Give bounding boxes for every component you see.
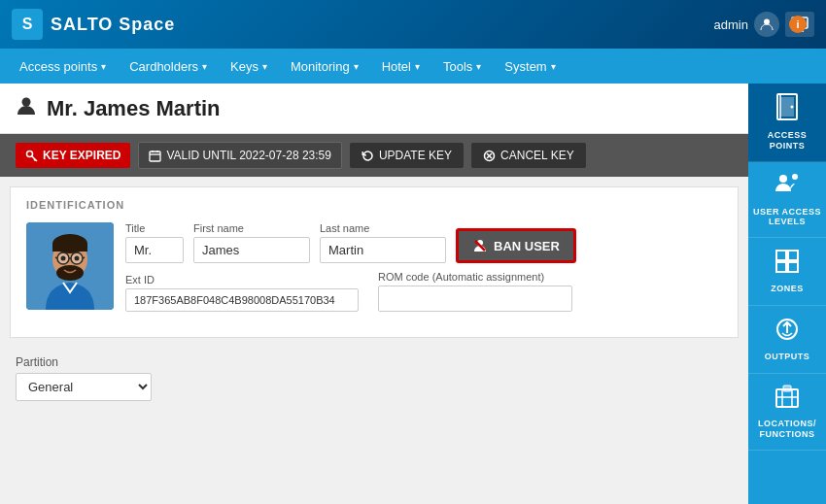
svg-line-24: [83, 257, 85, 258]
svg-rect-37: [776, 262, 786, 272]
firstname-input[interactable]: [193, 237, 310, 263]
svg-line-7: [34, 159, 36, 161]
identification-section: IDENTIFICATION: [10, 186, 739, 338]
svg-rect-35: [776, 251, 786, 260]
sidebar-label-access-points: ACCESS POINTS: [752, 130, 822, 151]
nav-cardholders[interactable]: Cardholders ▾: [118, 49, 219, 84]
svg-point-31: [791, 106, 794, 109]
extid-fields-row: Ext ID ROM code (Automatic assignment): [125, 271, 722, 312]
romcode-input[interactable]: [378, 286, 572, 312]
nav-arrow-tools: ▾: [476, 61, 481, 72]
page-title: Mr. James Martin: [47, 96, 221, 121]
nav-tools[interactable]: Tools ▾: [431, 49, 493, 84]
sidebar-item-outputs[interactable]: OUTPUTS: [748, 306, 826, 374]
nav-arrow-keys: ▾: [262, 61, 267, 72]
svg-rect-41: [776, 389, 798, 407]
top-bar: S SALTO Space admin i: [0, 0, 826, 49]
logo-area: S SALTO Space: [12, 9, 175, 40]
partition-label: Partition: [16, 355, 733, 369]
romcode-label: ROM code (Automatic assignment): [378, 271, 572, 283]
sidebar-label-locations-functions: LOCATIONS/ FUNCTIONS: [752, 419, 822, 440]
romcode-field-group: ROM code (Automatic assignment): [378, 271, 572, 312]
name-fields-row: Title First name Last name: [125, 222, 722, 263]
nav-arrow-access-points: ▾: [101, 61, 106, 72]
calendar-icon: [149, 150, 161, 162]
valid-until-button[interactable]: VALID UNTIL 2022-07-28 23:59: [138, 142, 341, 169]
nav-hotel[interactable]: Hotel ▾: [370, 49, 431, 84]
door-icon: [774, 93, 800, 126]
admin-label: admin: [714, 17, 748, 32]
svg-point-34: [792, 174, 798, 180]
main-panel: Mr. James Martin KEY EXPIRED VALID: [0, 84, 748, 504]
page-header: Mr. James Martin: [0, 84, 748, 134]
info-bubble: i: [789, 16, 807, 33]
sidebar-item-user-access-levels[interactable]: USER ACCESS LEVELS: [748, 162, 826, 239]
zones-icon: [774, 249, 800, 280]
title-field-group: Title: [125, 222, 184, 263]
form-main-row: Title First name Last name: [26, 222, 722, 312]
logo-letter: S: [22, 16, 33, 33]
extid-label: Ext ID: [125, 274, 359, 286]
form-fields: Title First name Last name: [125, 222, 722, 312]
svg-rect-8: [150, 151, 160, 161]
update-key-button[interactable]: UPDATE KEY: [350, 143, 464, 168]
firstname-label: First name: [193, 222, 310, 234]
sidebar-item-access-points[interactable]: ACCESS POINTS: [748, 84, 826, 162]
outputs-icon: [774, 317, 800, 348]
cancel-icon: [483, 150, 496, 162]
content-wrapper: Mr. James Martin KEY EXPIRED VALID: [0, 84, 826, 504]
svg-rect-38: [788, 262, 798, 272]
locations-icon: [774, 384, 800, 415]
key-icon: [25, 150, 38, 162]
svg-rect-18: [52, 244, 87, 252]
svg-line-23: [55, 257, 57, 258]
extid-field-group: Ext ID: [125, 274, 359, 312]
nav-system[interactable]: System ▾: [493, 49, 567, 84]
ban-user-button[interactable]: BAN USER: [456, 228, 576, 263]
title-input[interactable]: [125, 237, 184, 263]
sidebar-label-user-access-levels: USER ACCESS LEVELS: [752, 207, 822, 228]
ban-icon: [472, 238, 488, 253]
sidebar-label-zones: ZONES: [771, 284, 804, 294]
user-icon[interactable]: [754, 12, 779, 37]
nav-arrow-system: ▾: [551, 61, 556, 72]
user-levels-icon: [774, 172, 801, 203]
refresh-icon: [361, 150, 374, 162]
svg-point-33: [779, 175, 787, 183]
nav-keys[interactable]: Keys ▾: [219, 49, 279, 84]
logo-text: SALTO Space: [51, 15, 175, 35]
sidebar-item-zones[interactable]: ZONES: [748, 238, 826, 306]
nav-access-points[interactable]: Access points ▾: [8, 49, 118, 84]
svg-rect-36: [788, 251, 798, 260]
key-expired-button[interactable]: KEY EXPIRED: [16, 143, 130, 168]
svg-point-26: [75, 256, 80, 261]
nav-arrow-hotel: ▾: [415, 61, 420, 72]
sidebar-label-outputs: OUTPUTS: [765, 352, 810, 362]
nav-monitoring[interactable]: Monitoring ▾: [279, 49, 370, 84]
svg-point-25: [61, 256, 66, 261]
section-label: IDENTIFICATION: [26, 199, 722, 211]
svg-rect-45: [783, 386, 791, 391]
logo-box: S: [12, 9, 43, 40]
sidebar-item-locations-functions[interactable]: LOCATIONS/ FUNCTIONS: [748, 374, 826, 451]
person-header-icon: [16, 95, 37, 121]
nav-arrow-cardholders: ▾: [202, 61, 207, 72]
nav-arrow-monitoring: ▾: [354, 61, 359, 72]
right-sidebar: ACCESS POINTS USER ACCESS LEVELS: [748, 84, 826, 504]
action-bar: KEY EXPIRED VALID UNTIL 2022-07-28 23:59…: [0, 134, 748, 177]
lastname-input[interactable]: [320, 237, 446, 263]
lastname-label: Last name: [320, 222, 446, 234]
cancel-key-button[interactable]: CANCEL KEY: [471, 143, 586, 168]
partition-select[interactable]: General: [16, 373, 152, 401]
extid-input[interactable]: [125, 288, 359, 312]
firstname-field-group: First name: [193, 222, 310, 263]
lastname-field-group: Last name: [320, 222, 446, 263]
top-right: admin i: [714, 12, 814, 37]
user-photo: [26, 222, 114, 310]
title-label: Title: [125, 222, 184, 234]
avatar-svg: [26, 222, 114, 310]
nav-bar: Access points ▾ Cardholders ▾ Keys ▾ Mon…: [0, 49, 826, 84]
svg-point-4: [22, 98, 31, 107]
partition-section: Partition General: [0, 348, 748, 413]
